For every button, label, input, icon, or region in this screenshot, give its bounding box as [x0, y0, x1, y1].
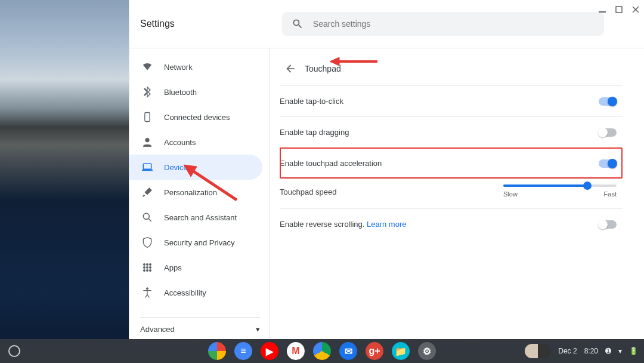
toggle-tap-to-click[interactable] [599, 97, 617, 106]
accessibility-icon [141, 287, 153, 299]
search-icon [141, 211, 153, 223]
slider-max-label: Fast [604, 190, 617, 198]
sidebar-label: Device [164, 163, 188, 172]
status-time: 8:20 [584, 347, 598, 355]
app-settings[interactable]: ⚙ [418, 342, 436, 360]
minimize-button[interactable] [594, 1, 611, 18]
maximize-button[interactable] [611, 1, 627, 18]
sidebar-item-accounts[interactable]: Accounts [129, 130, 262, 155]
option-tap-to-click: Enable tap-to-click [280, 85, 623, 116]
brush-icon [141, 186, 153, 198]
shield-icon [141, 236, 153, 248]
sidebar-item-bluetooth[interactable]: Bluetooth [129, 79, 262, 104]
page-title: Touchpad [305, 64, 341, 73]
option-touchpad-speed: Touchpad speed Slow Fast [280, 179, 623, 208]
sidebar-item-search-assistant[interactable]: Search and Assistant [129, 205, 262, 230]
app-messages[interactable]: ✉ [339, 342, 357, 360]
slider-touchpad-speed[interactable] [503, 184, 617, 187]
shelf: ≡ ▶ M ✉ g+ 📁 ⚙ Dec 2 8:20 ➊ ▾ 🔋 [0, 339, 644, 363]
sidebar-label: Network [164, 63, 193, 72]
app-title: Settings [140, 19, 175, 29]
toggle-reverse-scrolling[interactable] [599, 220, 617, 229]
slider-thumb[interactable] [583, 182, 592, 190]
svg-point-18 [149, 269, 151, 271]
sidebar: Network Bluetooth Connected devices Acco… [129, 48, 270, 339]
person-icon [141, 136, 153, 148]
svg-rect-7 [143, 170, 153, 171]
sidebar-item-security-privacy[interactable]: Security and Privacy [129, 230, 262, 255]
app-chrome[interactable] [208, 342, 226, 360]
svg-point-11 [146, 263, 148, 265]
option-label: Enable reverse scrolling. Learn more [280, 220, 599, 229]
sidebar-label: Bluetooth [164, 88, 197, 97]
sidebar-item-personalization[interactable]: Personalization [129, 180, 262, 205]
wifi-status-icon: ▾ [618, 347, 622, 355]
option-reverse-scrolling: Enable reverse scrolling. Learn more [280, 208, 623, 239]
notification-icon[interactable]: ➊ [605, 347, 611, 355]
option-touchpad-acceleration: Enable touchpad acceleration [280, 147, 623, 179]
status-date: Dec 2 [558, 347, 577, 355]
sidebar-item-connected-devices[interactable]: Connected devices [129, 104, 262, 130]
toggle-tap-dragging[interactable] [599, 128, 617, 137]
sidebar-label: Accounts [164, 138, 196, 147]
sidebar-label: Connected devices [164, 113, 230, 122]
svg-point-13 [143, 266, 145, 268]
app-docs[interactable]: ≡ [234, 342, 252, 360]
sidebar-label: Search and Assistant [164, 213, 237, 222]
svg-point-8 [143, 213, 149, 219]
header: Settings [129, 0, 644, 48]
search-icon [292, 18, 304, 30]
svg-rect-0 [599, 11, 606, 13]
avatar[interactable] [525, 344, 551, 358]
app-gmail[interactable]: M [287, 342, 305, 360]
sidebar-advanced[interactable]: Advanced ▾ [140, 317, 260, 334]
sidebar-item-accessibility[interactable]: Accessibility [129, 280, 262, 305]
launcher-button[interactable] [8, 345, 20, 357]
svg-point-19 [146, 288, 148, 290]
option-label: Enable touchpad acceleration [280, 159, 599, 168]
svg-point-15 [149, 266, 151, 268]
laptop-icon [141, 161, 153, 173]
back-button[interactable] [280, 58, 301, 79]
svg-rect-1 [616, 7, 622, 13]
svg-point-17 [146, 269, 148, 271]
sidebar-label: Security and Privacy [164, 238, 235, 247]
main-panel: Touchpad Enable tap-to-click Enable tap … [270, 48, 644, 339]
close-button[interactable] [627, 1, 644, 18]
shelf-apps: ≡ ▶ M ✉ g+ 📁 ⚙ [208, 342, 436, 360]
settings-window: Settings Network Bluetooth Connected dev… [129, 0, 644, 339]
sidebar-item-device[interactable]: Device [129, 155, 262, 180]
app-google-plus[interactable]: g+ [366, 342, 383, 360]
battery-icon: 🔋 [629, 347, 638, 355]
app-files[interactable]: 📁 [392, 342, 410, 360]
sidebar-item-apps[interactable]: Apps [129, 255, 262, 280]
sidebar-label: Accessibility [164, 288, 206, 297]
wifi-icon [141, 61, 153, 73]
option-label: Enable tap dragging [280, 128, 599, 137]
toggle-touchpad-acceleration[interactable] [599, 159, 617, 168]
search-field[interactable] [282, 12, 604, 36]
chevron-down-icon: ▾ [256, 325, 260, 334]
svg-point-16 [143, 269, 145, 271]
option-tap-dragging: Enable tap dragging [280, 116, 623, 147]
advanced-label: Advanced [140, 325, 175, 334]
phone-icon [141, 111, 153, 123]
sidebar-label: Apps [164, 263, 182, 272]
sidebar-item-network[interactable]: Network [129, 54, 262, 79]
window-controls [594, 0, 644, 19]
apps-icon [141, 262, 153, 273]
app-drive[interactable] [313, 342, 331, 360]
app-youtube[interactable]: ▶ [261, 342, 278, 360]
learn-more-link[interactable]: Learn more [367, 220, 406, 229]
svg-rect-6 [143, 164, 151, 169]
status-area[interactable]: Dec 2 8:20 ➊ ▾ 🔋 [525, 344, 638, 358]
svg-point-12 [149, 263, 151, 265]
search-input[interactable] [313, 19, 595, 29]
svg-rect-4 [145, 113, 150, 122]
bluetooth-icon [141, 86, 153, 98]
slider-min-label: Slow [503, 190, 518, 198]
option-label: Enable tap-to-click [280, 97, 599, 106]
sidebar-label: Personalization [164, 188, 217, 197]
svg-point-10 [143, 263, 145, 265]
svg-line-9 [149, 219, 151, 222]
